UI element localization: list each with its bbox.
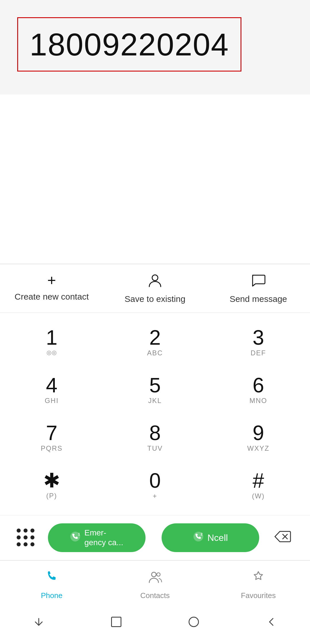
square-icon bbox=[111, 617, 121, 627]
key-8[interactable]: 8 TUV bbox=[103, 414, 207, 462]
dot bbox=[30, 529, 34, 533]
ncell-label: Ncell bbox=[208, 532, 228, 543]
system-nav bbox=[0, 606, 310, 644]
backspace-icon bbox=[274, 529, 291, 546]
dot bbox=[17, 529, 21, 533]
nav-favourites[interactable]: Favourites bbox=[207, 569, 310, 600]
svg-text:2: 2 bbox=[201, 532, 203, 536]
recents-nav-button[interactable] bbox=[180, 614, 208, 633]
svg-text:1: 1 bbox=[78, 532, 80, 536]
ncell-call-button[interactable]: 2 Ncell bbox=[162, 523, 259, 552]
dialpad-row-4: ✱ (P) 0 + # (W) bbox=[0, 462, 310, 509]
key-3-sub: DEF bbox=[251, 349, 266, 358]
spacer-area bbox=[0, 95, 310, 264]
key-9-sub: WXYZ bbox=[247, 444, 269, 453]
key-4[interactable]: 4 GHI bbox=[0, 366, 103, 414]
dialpad-toggle-button[interactable] bbox=[14, 526, 37, 549]
dot bbox=[17, 542, 21, 546]
emergency-phone-icon: 1 bbox=[70, 531, 80, 544]
key-5-main: 5 bbox=[149, 375, 161, 396]
key-1-sub: ◎◎ bbox=[46, 349, 57, 358]
key-2[interactable]: 2 ABC bbox=[103, 319, 207, 366]
nav-phone-label: Phone bbox=[41, 591, 62, 600]
key-3-main: 3 bbox=[253, 327, 264, 348]
dots-grid bbox=[17, 529, 35, 547]
person-icon bbox=[148, 273, 162, 290]
create-new-contact-label: Create new contact bbox=[15, 292, 89, 302]
nav-favourites-label: Favourites bbox=[241, 591, 276, 600]
key-0[interactable]: 0 + bbox=[103, 462, 207, 509]
key-8-main: 8 bbox=[149, 423, 161, 443]
key-8-sub: TUV bbox=[147, 444, 163, 453]
send-message-button[interactable]: Send message bbox=[207, 273, 310, 304]
key-hash-main: # bbox=[253, 470, 264, 491]
phone-number: 18009220204 bbox=[30, 27, 229, 62]
dot bbox=[24, 542, 28, 546]
emergency-label-text: Emer-gency ca... bbox=[84, 528, 123, 547]
key-5-sub: JKL bbox=[148, 397, 162, 405]
dialpad: 1 ◎◎ 2 ABC 3 DEF 4 GHI 5 JKL 6 MNO 7 PQR… bbox=[0, 313, 310, 515]
number-box: 18009220204 bbox=[17, 17, 241, 72]
nav-contacts[interactable]: Contacts bbox=[103, 569, 207, 600]
svg-point-7 bbox=[152, 572, 156, 577]
key-1[interactable]: 1 ◎◎ bbox=[0, 319, 103, 366]
dot bbox=[24, 535, 28, 539]
key-2-sub: ABC bbox=[147, 349, 163, 358]
plus-icon: + bbox=[47, 273, 56, 288]
key-2-main: 2 bbox=[149, 327, 161, 348]
action-row: + Create new contact Save to existing Se… bbox=[0, 264, 310, 313]
key-6-sub: MNO bbox=[249, 397, 267, 405]
key-star[interactable]: ✱ (P) bbox=[0, 462, 103, 509]
key-9-main: 9 bbox=[253, 423, 264, 443]
dot bbox=[24, 529, 28, 533]
home-nav-button[interactable] bbox=[102, 614, 130, 633]
nav-contacts-label: Contacts bbox=[140, 591, 170, 600]
key-hash[interactable]: # (W) bbox=[207, 462, 310, 509]
key-0-sub: + bbox=[153, 492, 157, 501]
key-1-main: 1 bbox=[46, 327, 57, 348]
key-5[interactable]: 5 JKL bbox=[103, 366, 207, 414]
key-7-sub: PQRS bbox=[41, 444, 63, 453]
key-9[interactable]: 9 WXYZ bbox=[207, 414, 310, 462]
bottom-call-row: 1 Emer-gency ca... 2 Ncell bbox=[0, 515, 310, 560]
ncell-phone-icon: 2 bbox=[193, 531, 204, 544]
delete-button[interactable] bbox=[270, 526, 296, 549]
chat-icon bbox=[251, 273, 266, 290]
save-to-existing-button[interactable]: Save to existing bbox=[103, 273, 207, 304]
key-6[interactable]: 6 MNO bbox=[207, 366, 310, 414]
key-7-main: 7 bbox=[46, 423, 57, 443]
circle-icon bbox=[189, 617, 199, 627]
key-6-main: 6 bbox=[253, 375, 264, 396]
back-button[interactable] bbox=[257, 614, 285, 633]
key-4-main: 4 bbox=[46, 375, 57, 396]
svg-point-8 bbox=[157, 573, 160, 576]
back-nav-button[interactable] bbox=[25, 614, 53, 633]
dot bbox=[30, 535, 34, 539]
dot bbox=[30, 542, 34, 546]
svg-point-0 bbox=[152, 275, 158, 281]
dialpad-row-2: 4 GHI 5 JKL 6 MNO bbox=[0, 366, 310, 414]
key-3[interactable]: 3 DEF bbox=[207, 319, 310, 366]
send-message-label: Send message bbox=[230, 294, 287, 304]
key-hash-sub: (W) bbox=[252, 492, 265, 501]
phone-nav-icon bbox=[44, 569, 59, 588]
save-to-existing-label: Save to existing bbox=[125, 294, 185, 304]
dialpad-row-1: 1 ◎◎ 2 ABC 3 DEF bbox=[0, 319, 310, 366]
ncell-label-text: Ncell bbox=[208, 532, 228, 543]
nav-bar: Phone Contacts Favourites bbox=[0, 560, 310, 606]
favourites-nav-icon bbox=[251, 569, 266, 588]
key-4-sub: GHI bbox=[45, 397, 59, 405]
nav-phone[interactable]: Phone bbox=[0, 569, 103, 600]
contacts-nav-icon bbox=[148, 569, 162, 588]
emergency-call-button[interactable]: 1 Emer-gency ca... bbox=[48, 523, 146, 552]
number-display-area: 18009220204 bbox=[0, 0, 310, 95]
dot bbox=[17, 535, 21, 539]
key-0-main: 0 bbox=[149, 470, 161, 491]
create-new-contact-button[interactable]: + Create new contact bbox=[0, 273, 103, 304]
emergency-call-label: Emer-gency ca... bbox=[84, 528, 123, 547]
key-star-main: ✱ bbox=[43, 471, 60, 491]
key-7[interactable]: 7 PQRS bbox=[0, 414, 103, 462]
dialpad-row-3: 7 PQRS 8 TUV 9 WXYZ bbox=[0, 414, 310, 462]
key-star-sub: (P) bbox=[46, 492, 57, 500]
